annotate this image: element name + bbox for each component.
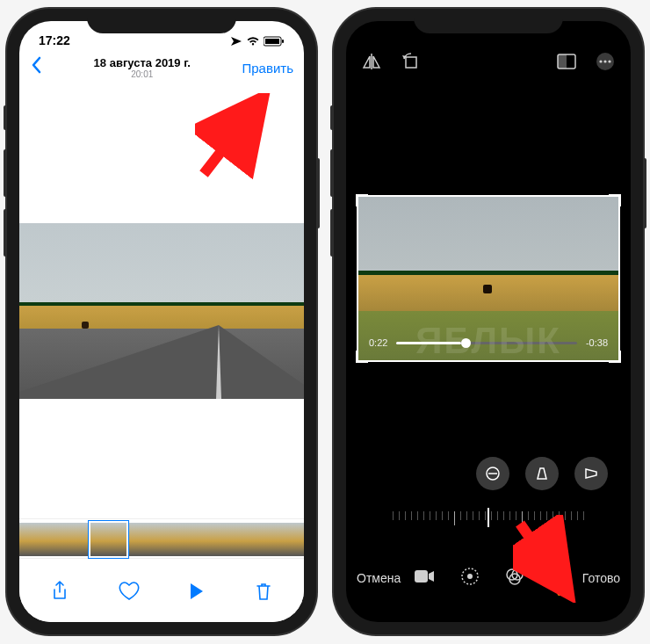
- editor-body: 0:22 -0:38 ЯБЛЫК: [346, 81, 631, 622]
- video-frame: 0:22 -0:38: [358, 197, 618, 360]
- thumbnail-strip[interactable]: [19, 518, 304, 559]
- crop-handle-tr[interactable]: [609, 194, 621, 206]
- video-preview[interactable]: [19, 223, 304, 399]
- editor-toolbar: Отмена Готово: [346, 550, 631, 622]
- rotate-icon[interactable]: [401, 52, 420, 71]
- crop-frame[interactable]: 0:22 -0:38: [357, 195, 620, 362]
- thumb-selected[interactable]: [90, 523, 126, 556]
- aspect-icon[interactable]: [557, 52, 576, 71]
- svg-rect-4: [406, 57, 416, 68]
- svg-point-10: [608, 60, 610, 62]
- photo-date: 18 августа 2019 г.: [42, 56, 242, 69]
- scrub-track[interactable]: [396, 342, 577, 344]
- crop-tab-icon[interactable]: [550, 567, 569, 590]
- photo-time: 20:01: [42, 69, 242, 79]
- svg-point-8: [599, 60, 602, 62]
- more-icon[interactable]: [596, 52, 615, 71]
- phone-viewer: 17:22 18 августа 2019 г. 20:01: [7, 9, 316, 634]
- favorite-icon[interactable]: [119, 582, 140, 605]
- flip-icon[interactable]: [362, 52, 381, 71]
- video-tab-icon[interactable]: [414, 569, 435, 588]
- back-button[interactable]: [30, 56, 42, 79]
- straighten-icon[interactable]: [476, 457, 509, 490]
- phone-editor: 0:22 -0:38 ЯБЛЫК: [334, 9, 643, 634]
- rotation-dial[interactable]: [346, 501, 631, 536]
- thumb[interactable]: [233, 523, 269, 556]
- viewer-body: [19, 83, 304, 622]
- vertical-perspective-icon[interactable]: [525, 457, 559, 490]
- editor-topbar: [346, 21, 631, 81]
- svg-rect-1: [265, 39, 279, 44]
- svg-rect-13: [415, 570, 428, 582]
- svg-point-15: [467, 574, 473, 579]
- straighten-tabs: [346, 457, 631, 490]
- status-bar: 17:22: [19, 21, 304, 51]
- cancel-button[interactable]: Отмена: [357, 571, 401, 585]
- crop-handle-br[interactable]: [609, 351, 621, 363]
- nav-title: 18 августа 2019 г. 20:01: [42, 56, 242, 79]
- viewer-toolbar: [19, 573, 304, 622]
- done-button[interactable]: Готово: [582, 571, 620, 585]
- svg-point-9: [603, 60, 606, 62]
- thumb[interactable]: [198, 523, 234, 556]
- crop-handle-tl[interactable]: [356, 194, 368, 206]
- scrub-remaining: -0:38: [586, 337, 608, 348]
- horizontal-perspective-icon[interactable]: [574, 457, 608, 490]
- battery-icon: [264, 35, 285, 46]
- thumb[interactable]: [269, 523, 305, 556]
- status-time: 17:22: [39, 33, 70, 47]
- airplane-mode-icon: [230, 35, 242, 46]
- edit-button[interactable]: Править: [242, 61, 294, 76]
- wifi-icon: [246, 35, 260, 46]
- filters-tab-icon[interactable]: [505, 567, 524, 590]
- viewer-navbar: 18 августа 2019 г. 20:01 Править: [19, 51, 304, 83]
- thumb[interactable]: [126, 523, 162, 556]
- scrubber[interactable]: 0:22 -0:38: [369, 337, 608, 348]
- trash-icon[interactable]: [255, 582, 272, 605]
- share-icon[interactable]: [51, 581, 69, 606]
- crop-handle-bl[interactable]: [356, 351, 368, 363]
- svg-rect-2: [282, 40, 284, 43]
- play-icon[interactable]: [189, 582, 205, 604]
- adjust-tab-icon[interactable]: [460, 567, 480, 590]
- thumb[interactable]: [55, 523, 91, 556]
- thumb[interactable]: [19, 523, 55, 556]
- thumb[interactable]: [162, 523, 198, 556]
- svg-rect-6: [558, 54, 567, 69]
- scrub-current: 0:22: [369, 337, 387, 348]
